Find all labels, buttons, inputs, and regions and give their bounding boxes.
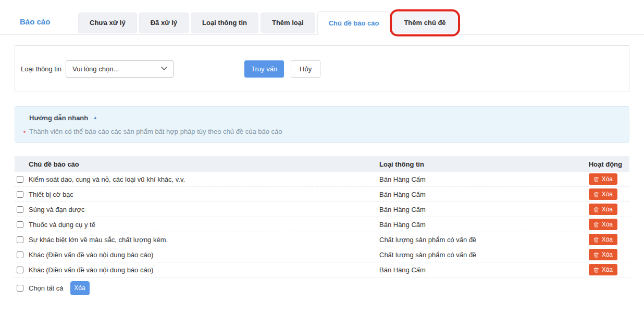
tab-bar: Báo cáo Chưa xử lýĐã xử lýLoại thông tin… bbox=[0, 0, 644, 35]
trash-icon bbox=[593, 176, 599, 182]
row-delete-button[interactable]: Xóa bbox=[589, 264, 617, 275]
trash-icon bbox=[593, 207, 599, 212]
column-header-action: Hoạt động bbox=[556, 160, 629, 168]
row-checkbox[interactable] bbox=[17, 221, 23, 228]
trash-icon bbox=[593, 237, 599, 243]
table-body: Kiểm soát dao, cung và nỏ, các loại vũ k… bbox=[15, 172, 629, 277]
row-checkbox[interactable] bbox=[17, 206, 23, 213]
tab-4[interactable]: Thêm loại bbox=[261, 12, 315, 33]
row-topic: Khác (Điền vấn đề vào nội dung báo cáo) bbox=[29, 251, 153, 259]
table-footer: Chọn tất cả Xóa bbox=[15, 277, 629, 298]
table-row: Khác (Điền vấn đề vào nội dung báo cáo) … bbox=[15, 262, 629, 277]
row-info-type: Bán Hàng Cấm bbox=[379, 266, 556, 274]
row-delete-button[interactable]: Xóa bbox=[589, 204, 617, 215]
table-row: Sự khác biệt lớn về màu sắc, chất lượng … bbox=[15, 232, 629, 247]
page-title: Báo cáo bbox=[20, 17, 78, 26]
row-info-type: Chất lượng sản phẩm có vấn đề bbox=[379, 251, 556, 259]
delete-label: Xóa bbox=[602, 191, 613, 198]
quick-guide-panel: Hướng dẫn nhanh ▲ Thành viên có thể báo … bbox=[15, 106, 629, 143]
row-info-type: Bán Hàng Cấm bbox=[379, 175, 556, 183]
table-row: Kiểm soát dao, cung và nỏ, các loại vũ k… bbox=[15, 172, 629, 187]
row-checkbox[interactable] bbox=[17, 267, 23, 273]
row-topic: Kiểm soát dao, cung và nỏ, các loại vũ k… bbox=[29, 175, 185, 183]
info-type-select[interactable]: Vui lòng chọn... bbox=[66, 60, 174, 78]
tab-5[interactable]: Chủ đề báo cáo bbox=[317, 11, 391, 35]
row-delete-button[interactable]: Xóa bbox=[589, 173, 617, 185]
delete-label: Xóa bbox=[602, 221, 613, 228]
delete-label: Xóa bbox=[602, 206, 613, 213]
table-row: Súng và đạn dược Bán Hàng Cấm Xóa bbox=[15, 202, 629, 217]
row-info-type: Bán Hàng Cấm bbox=[379, 221, 556, 229]
trash-icon bbox=[593, 252, 599, 258]
row-checkbox[interactable] bbox=[17, 176, 23, 183]
delete-label: Xóa bbox=[602, 175, 613, 183]
trash-icon bbox=[593, 222, 599, 228]
tabs: Chưa xử lýĐã xử lýLoại thông tinThêm loạ… bbox=[78, 11, 460, 34]
collapse-arrow-icon[interactable]: ▲ bbox=[93, 116, 97, 120]
delete-label: Xóa bbox=[602, 266, 613, 273]
row-delete-button[interactable]: Xóa bbox=[589, 188, 617, 200]
row-checkbox[interactable] bbox=[17, 251, 23, 258]
select-all-checkbox[interactable] bbox=[17, 285, 23, 292]
row-info-type: Chất lượng sản phẩm có vấn đề bbox=[379, 236, 556, 244]
table-row: Thiết bị cờ bạc Bán Hàng Cấm Xóa bbox=[15, 187, 629, 202]
table-row: Thuốc và dụng cụ y tế Bán Hàng Cấm Xóa bbox=[15, 217, 629, 232]
tab-2[interactable]: Đã xử lý bbox=[139, 12, 189, 33]
column-header-topic: Chủ đề báo cáo bbox=[15, 160, 379, 168]
table-header: Chủ đề báo cáo Loại thông tin Hoạt động bbox=[15, 156, 629, 172]
tab-6[interactable]: Thêm chủ đề bbox=[392, 12, 457, 33]
filter-panel: Loại thông tin Vui lòng chọn... Truy vấn… bbox=[15, 45, 629, 92]
guide-title: Hướng dẫn nhanh bbox=[29, 114, 88, 122]
row-checkbox[interactable] bbox=[17, 191, 23, 198]
row-info-type: Bán Hàng Cấm bbox=[379, 206, 556, 213]
report-topics-table: Chủ đề báo cáo Loại thông tin Hoạt động … bbox=[15, 156, 629, 298]
chevron-down-icon bbox=[161, 67, 167, 71]
trash-icon bbox=[593, 267, 599, 273]
delete-selected-button[interactable]: Xóa bbox=[70, 281, 90, 295]
row-delete-button[interactable]: Xóa bbox=[589, 234, 617, 245]
select-all-label: Chọn tất cả bbox=[29, 284, 64, 292]
row-topic: Thuốc và dụng cụ y tế bbox=[29, 221, 95, 229]
row-delete-button[interactable]: Xóa bbox=[589, 249, 617, 260]
guide-item: Thành viên có thể báo cáo các sản phẩm b… bbox=[23, 128, 618, 135]
filter-label: Loại thông tin bbox=[21, 65, 61, 73]
row-topic: Khác (Điền vấn đề vào nội dung báo cáo) bbox=[29, 266, 153, 274]
delete-label: Xóa bbox=[602, 251, 613, 258]
delete-label: Xóa bbox=[602, 236, 613, 243]
cancel-button[interactable]: Hủy bbox=[291, 60, 320, 78]
column-header-type: Loại thông tin bbox=[379, 160, 556, 168]
select-value: Vui lòng chọn... bbox=[72, 65, 119, 73]
row-topic: Súng và đạn dược bbox=[29, 206, 85, 213]
row-delete-button[interactable]: Xóa bbox=[589, 219, 617, 230]
row-info-type: Bán Hàng Cấm bbox=[379, 191, 556, 198]
tab-3[interactable]: Loại thông tin bbox=[191, 12, 258, 33]
row-topic: Thiết bị cờ bạc bbox=[29, 191, 73, 198]
trash-icon bbox=[593, 192, 599, 197]
tab-1[interactable]: Chưa xử lý bbox=[78, 12, 137, 33]
row-checkbox[interactable] bbox=[17, 236, 23, 243]
query-button[interactable]: Truy vấn bbox=[244, 60, 284, 78]
table-row: Khác (Điền vấn đề vào nội dung báo cáo) … bbox=[15, 247, 629, 262]
row-topic: Sự khác biệt lớn về màu sắc, chất lượng … bbox=[29, 236, 168, 244]
